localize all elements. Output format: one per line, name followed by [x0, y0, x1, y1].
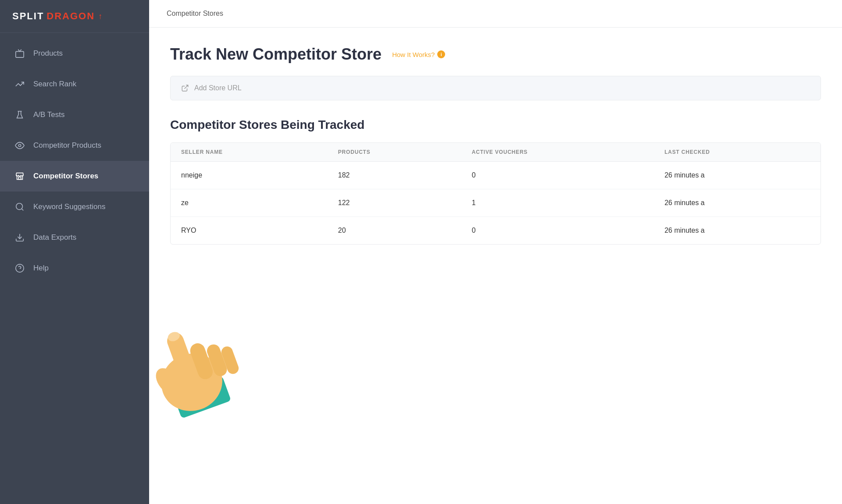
cell-seller-name: nneige [171, 162, 328, 189]
sidebar-item-data-exports[interactable]: Data Exports [0, 222, 149, 253]
content-area: Track New Competitor Store How It Works?… [149, 28, 842, 504]
cell-seller-name: ze [171, 189, 328, 217]
how-it-works-text: How It Works? [392, 51, 435, 58]
svg-rect-13 [188, 341, 215, 382]
logo-dragon: DRAGON [46, 11, 95, 22]
svg-point-17 [167, 330, 181, 343]
cell-seller-name: RYO [171, 217, 328, 245]
cell-products: 20 [328, 217, 461, 245]
svg-rect-12 [165, 330, 199, 386]
sidebar-label-competitor-products: Competitor Products [33, 141, 101, 150]
cell-last-checked: 26 minutes a [654, 217, 821, 245]
logo-split: SPLIT [12, 11, 44, 22]
cell-products: 182 [328, 162, 461, 189]
table-header-row: SELLER NAME PRODUCTS ACTIVE VOUCHERS LAS… [171, 143, 821, 162]
cell-active-vouchers: 0 [461, 217, 654, 245]
cell-last-checked: 26 minutes a [654, 162, 821, 189]
sidebar-label-products: Products [33, 49, 63, 58]
sidebar-item-competitor-products[interactable]: Competitor Products [0, 130, 149, 161]
table-row[interactable]: nneige 182 0 26 minutes a [171, 162, 821, 189]
col-products: PRODUCTS [328, 143, 461, 162]
cell-active-vouchers: 1 [461, 189, 654, 217]
svg-point-11 [153, 345, 230, 419]
table-row[interactable]: RYO 20 0 26 minutes a [171, 217, 821, 245]
search-icon [14, 201, 25, 213]
store-icon [14, 170, 25, 182]
eye-icon [14, 140, 25, 151]
package-icon [14, 48, 25, 59]
help-icon [14, 263, 25, 274]
page-title: Track New Competitor Store [170, 45, 382, 64]
svg-point-6 [16, 264, 24, 272]
nav-items: Products Search Rank A/B Tests Competito… [0, 33, 149, 504]
info-icon: i [437, 50, 445, 58]
sidebar-label-data-exports: Data Exports [33, 233, 76, 242]
sidebar-item-competitor-stores[interactable]: Competitor Stores [0, 161, 149, 192]
sidebar-item-help[interactable]: Help [0, 253, 149, 284]
download-icon [14, 232, 25, 243]
cell-active-vouchers: 0 [461, 162, 654, 189]
svg-rect-0 [16, 51, 24, 57]
col-last-checked: LAST CHECKED [654, 143, 821, 162]
col-active-vouchers: ACTIVE VOUCHERS [461, 143, 654, 162]
sidebar-item-search-rank[interactable]: Search Rank [0, 69, 149, 99]
sidebar-item-products[interactable]: Products [0, 38, 149, 69]
cell-last-checked: 26 minutes a [654, 189, 821, 217]
tracked-section-title: Competitor Stores Being Tracked [170, 118, 821, 132]
svg-rect-14 [205, 343, 229, 378]
logo-arrow: ↑ [98, 12, 102, 21]
cell-products: 122 [328, 189, 461, 217]
svg-line-4 [21, 209, 23, 210]
main-content: Competitor Stores Track New Competitor S… [149, 0, 842, 504]
svg-point-10 [189, 389, 205, 405]
how-it-works-link[interactable]: How It Works? i [392, 50, 445, 58]
svg-point-3 [16, 203, 23, 210]
svg-rect-2 [18, 177, 21, 180]
add-store-placeholder: Add Store URL [194, 84, 242, 92]
stores-table: SELLER NAME PRODUCTS ACTIVE VOUCHERS LAS… [171, 143, 821, 244]
sidebar-label-help: Help [33, 264, 49, 273]
external-link-icon [181, 84, 189, 92]
stores-table-container: SELLER NAME PRODUCTS ACTIVE VOUCHERS LAS… [170, 142, 821, 245]
col-seller-name: SELLER NAME [171, 143, 328, 162]
topbar-title: Competitor Stores [167, 10, 223, 17]
sidebar-item-keyword-suggestions[interactable]: Keyword Suggestions [0, 192, 149, 222]
sidebar: SPLIT DRAGON ↑ Products Search Rank A/B … [0, 0, 149, 504]
sidebar-label-search-rank: Search Rank [33, 80, 76, 89]
svg-rect-15 [220, 345, 240, 376]
flask-icon [14, 109, 25, 121]
sidebar-label-competitor-stores: Competitor Stores [33, 172, 98, 181]
sidebar-label-keyword-suggestions: Keyword Suggestions [33, 202, 105, 211]
sidebar-label-ab-tests: A/B Tests [33, 110, 65, 119]
table-row[interactable]: ze 122 1 26 minutes a [171, 189, 821, 217]
page-header: Track New Competitor Store How It Works?… [170, 45, 821, 64]
add-store-bar[interactable]: Add Store URL [170, 76, 821, 100]
logo: SPLIT DRAGON ↑ [0, 0, 149, 33]
svg-point-1 [18, 144, 21, 147]
svg-line-8 [185, 85, 188, 89]
cursor-hand-overlay [149, 285, 254, 425]
trend-icon [14, 78, 25, 90]
svg-rect-9 [173, 376, 231, 419]
topbar: Competitor Stores [149, 0, 842, 28]
sidebar-item-ab-tests[interactable]: A/B Tests [0, 99, 149, 130]
svg-point-16 [151, 364, 186, 400]
